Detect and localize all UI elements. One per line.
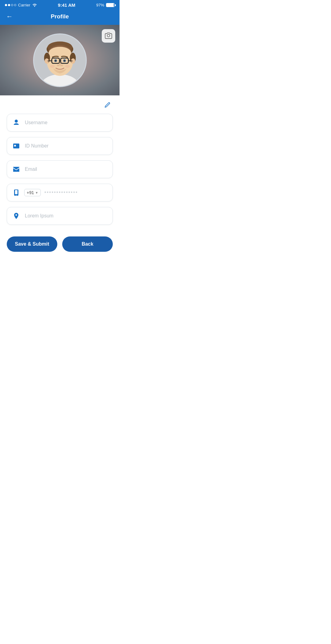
header: ← Profile [0, 10, 120, 25]
back-button[interactable]: ← [6, 13, 13, 21]
svg-point-21 [60, 64, 63, 66]
id-icon [12, 142, 21, 150]
svg-point-24 [107, 34, 110, 37]
email-icon [12, 165, 21, 174]
dot-2 [8, 4, 10, 6]
svg-point-23 [65, 65, 70, 68]
username-input[interactable] [25, 120, 108, 125]
svg-point-18 [55, 60, 56, 62]
address-field-row [7, 207, 113, 225]
email-input[interactable] [25, 167, 108, 172]
carrier-text: Carrier [18, 3, 30, 7]
svg-point-19 [63, 60, 65, 62]
save-submit-button[interactable]: Save & Submit [7, 236, 57, 252]
svg-point-20 [57, 64, 60, 66]
svg-line-14 [48, 60, 52, 61]
battery-percent: 97% [96, 3, 104, 7]
camera-button[interactable] [102, 29, 115, 43]
phone-prefix-value: +91 [27, 190, 34, 195]
dot-3 [11, 4, 13, 6]
form-section: +91 ▼ [0, 113, 120, 231]
edit-section [0, 95, 120, 113]
username-field-row [7, 114, 113, 132]
phone-field-row: +91 ▼ [7, 184, 113, 201]
profile-photo-area [0, 25, 120, 95]
page-title: Profile [0, 13, 120, 20]
camera-icon [105, 32, 112, 40]
email-field-row [7, 160, 113, 178]
wifi-icon [32, 3, 37, 8]
status-time: 9:41 AM [58, 2, 75, 8]
back-button-bottom[interactable]: Back [62, 236, 113, 252]
phone-input[interactable] [44, 190, 108, 195]
dot-1 [5, 4, 7, 6]
status-left: Carrier [5, 3, 37, 8]
phone-prefix-selector[interactable]: +91 ▼ [24, 189, 41, 196]
address-input[interactable] [25, 213, 108, 219]
status-right: 97% [96, 3, 115, 7]
status-bar: Carrier 9:41 AM 97% [0, 0, 120, 10]
chevron-down-icon: ▼ [35, 191, 38, 194]
battery-icon [106, 3, 115, 7]
svg-point-22 [50, 65, 55, 68]
edit-button[interactable] [102, 100, 113, 111]
id-input[interactable] [25, 143, 108, 149]
id-field-row [7, 137, 113, 155]
svg-line-15 [68, 60, 73, 61]
signal-dots [5, 4, 16, 6]
user-icon [12, 118, 21, 127]
pencil-icon [104, 102, 111, 109]
avatar-face-svg [34, 33, 86, 87]
dot-4 [14, 4, 16, 6]
button-row: Save & Submit Back [0, 231, 120, 261]
avatar [33, 33, 87, 87]
location-icon [12, 212, 21, 220]
battery-fill [106, 3, 114, 7]
phone-icon [12, 188, 21, 197]
